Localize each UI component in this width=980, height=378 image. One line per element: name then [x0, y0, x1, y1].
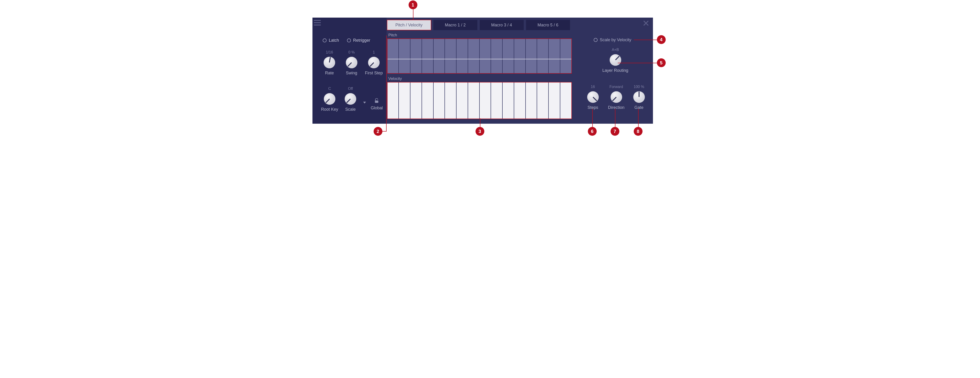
- chevron-down-icon[interactable]: [363, 102, 366, 103]
- first-step-label: First Step: [365, 71, 383, 76]
- velocity-step[interactable]: [399, 83, 410, 119]
- pitch-step[interactable]: [434, 39, 445, 73]
- root-key-label: Root Key: [321, 107, 338, 112]
- steps-label: Steps: [587, 105, 598, 110]
- sequencer-area: Pitch / Velocity Macro 1 / 2 Macro 3 / 4…: [387, 17, 582, 124]
- gate-knob[interactable]: [633, 91, 645, 103]
- arp-settings-right: Scale by Velocity A+B Layer Routing 16 S…: [582, 17, 653, 124]
- pitch-step[interactable]: [457, 39, 468, 73]
- velocity-step[interactable]: [468, 83, 480, 119]
- velocity-step[interactable]: [491, 83, 503, 119]
- scale-by-velocity-toggle[interactable]: Scale by Velocity: [593, 38, 632, 42]
- pitch-step[interactable]: [445, 39, 457, 73]
- pitch-lane-label: Pitch: [388, 33, 582, 38]
- sequencer-tabs: Pitch / Velocity Macro 1 / 2 Macro 3 / 4…: [387, 20, 582, 30]
- pitch-step[interactable]: [410, 39, 422, 73]
- svg-rect-0: [375, 100, 379, 103]
- callout-5: 5: [657, 58, 666, 67]
- velocity-step[interactable]: [480, 83, 491, 119]
- velocity-step[interactable]: [410, 83, 422, 119]
- pitch-step[interactable]: [560, 39, 571, 73]
- swing-label: Swing: [346, 71, 357, 76]
- velocity-step[interactable]: [526, 83, 538, 119]
- retrigger-toggle[interactable]: Retrigger: [347, 38, 371, 43]
- velocity-step[interactable]: [514, 83, 526, 119]
- radio-empty-icon: [323, 38, 326, 42]
- steps-knob[interactable]: [587, 91, 599, 103]
- callout-2: 2: [374, 127, 382, 136]
- direction-value: Forward: [609, 85, 623, 89]
- pitch-step[interactable]: [514, 39, 526, 73]
- tab-macro-3-4[interactable]: Macro 3 / 4: [480, 20, 524, 30]
- pitch-step[interactable]: [503, 39, 514, 73]
- gate-label: Gate: [635, 105, 643, 110]
- latch-label: Latch: [329, 38, 339, 43]
- root-key-value: C: [328, 87, 331, 91]
- pitch-step[interactable]: [491, 39, 503, 73]
- velocity-step[interactable]: [445, 83, 457, 119]
- retrigger-label: Retrigger: [353, 38, 371, 43]
- pitch-step[interactable]: [537, 39, 549, 73]
- pitch-step[interactable]: [549, 39, 560, 73]
- swing-value: 0 %: [348, 50, 355, 55]
- scale-by-velocity-label: Scale by Velocity: [600, 38, 632, 42]
- velocity-step[interactable]: [457, 83, 468, 119]
- pitch-step[interactable]: [468, 39, 480, 73]
- callout-6: 6: [588, 127, 597, 136]
- velocity-step[interactable]: [549, 83, 560, 119]
- direction-knob[interactable]: [611, 91, 622, 103]
- callout-4: 4: [657, 35, 666, 44]
- layer-routing-knob[interactable]: [609, 54, 621, 66]
- radio-empty-icon: [593, 38, 598, 42]
- swing-knob[interactable]: [346, 57, 357, 68]
- pitch-step[interactable]: [480, 39, 491, 73]
- velocity-step[interactable]: [503, 83, 514, 119]
- lock-icon[interactable]: [374, 98, 379, 103]
- callout-8: 8: [634, 127, 643, 136]
- layer-routing-label: Layer Routing: [603, 68, 628, 73]
- pitch-step[interactable]: [526, 39, 538, 73]
- tab-macro-5-6[interactable]: Macro 5 / 6: [526, 20, 570, 30]
- arpeggiator-panel: Latch Retrigger 1/16 Rate 0 % Swing: [312, 17, 653, 124]
- tab-macro-1-2[interactable]: Macro 1 / 2: [433, 20, 477, 30]
- direction-label: Direction: [608, 105, 624, 110]
- velocity-step[interactable]: [560, 83, 571, 119]
- callout-7: 7: [611, 127, 619, 136]
- scale-knob[interactable]: [345, 93, 356, 105]
- first-step-knob[interactable]: [368, 57, 380, 68]
- latch-toggle[interactable]: Latch: [323, 38, 339, 43]
- scale-label: Scale: [345, 107, 356, 112]
- pitch-step[interactable]: [388, 39, 399, 73]
- menu-icon[interactable]: [314, 19, 321, 26]
- pitch-step[interactable]: [399, 39, 410, 73]
- root-key-knob[interactable]: [324, 93, 336, 105]
- callout-3: 3: [476, 127, 484, 136]
- layer-routing-value: A+B: [603, 48, 628, 52]
- radio-empty-icon: [347, 38, 351, 42]
- callout-1: 1: [409, 0, 417, 9]
- rate-value: 1/16: [326, 50, 333, 55]
- gate-value: 100 %: [634, 85, 644, 89]
- velocity-lane-label: Velocity: [388, 76, 582, 81]
- global-label: Global: [371, 106, 383, 111]
- velocity-step[interactable]: [388, 83, 399, 119]
- tab-pitch-velocity[interactable]: Pitch / Velocity: [387, 20, 431, 30]
- velocity-lane[interactable]: [387, 82, 572, 119]
- pitch-step[interactable]: [422, 39, 434, 73]
- arp-settings-left: Latch Retrigger 1/16 Rate 0 % Swing: [312, 17, 387, 124]
- velocity-step[interactable]: [434, 83, 445, 119]
- steps-value: 16: [591, 85, 595, 89]
- rate-label: Rate: [325, 71, 334, 76]
- rate-knob[interactable]: [324, 57, 335, 68]
- first-step-value: 1: [373, 50, 375, 55]
- velocity-step[interactable]: [422, 83, 434, 119]
- scale-value: Off: [348, 87, 353, 91]
- pitch-lane[interactable]: [387, 38, 572, 74]
- close-icon[interactable]: [643, 20, 649, 26]
- velocity-step[interactable]: [537, 83, 549, 119]
